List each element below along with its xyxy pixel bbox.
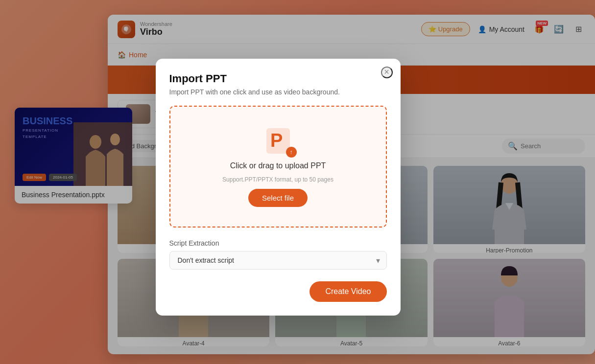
script-extraction-section: Script Extraction Don't extract script E…: [169, 239, 387, 270]
upload-sub-text: Support.PPT/PPTX format, up to 50 pages: [222, 176, 333, 183]
modal-close-button[interactable]: ×: [381, 67, 393, 78]
upload-area[interactable]: P ↑ Click or drag to upload PPT Support.…: [169, 106, 387, 228]
modal-footer: Create Video: [169, 281, 387, 302]
upload-main-text: Click or drag to upload PPT: [230, 161, 326, 170]
import-ppt-modal: × Import PPT Import PPT with one click a…: [156, 59, 401, 316]
script-select[interactable]: Don't extract script Extract script from…: [169, 251, 387, 270]
select-file-button[interactable]: Select file: [248, 189, 308, 207]
script-label: Script Extraction: [169, 239, 387, 247]
modal-title: Import PPT: [169, 72, 387, 85]
modal-subtitle: Import PPT with one click and use as vid…: [169, 88, 387, 96]
ppt-icon-container: P ↑: [263, 126, 293, 156]
modal-overlay: × Import PPT Import PPT with one click a…: [0, 0, 595, 364]
script-select-wrapper[interactable]: Don't extract script Extract script from…: [169, 251, 387, 270]
upload-arrow-icon: ↑: [286, 147, 297, 158]
svg-text:P: P: [270, 130, 283, 151]
create-video-button[interactable]: Create Video: [309, 281, 386, 302]
